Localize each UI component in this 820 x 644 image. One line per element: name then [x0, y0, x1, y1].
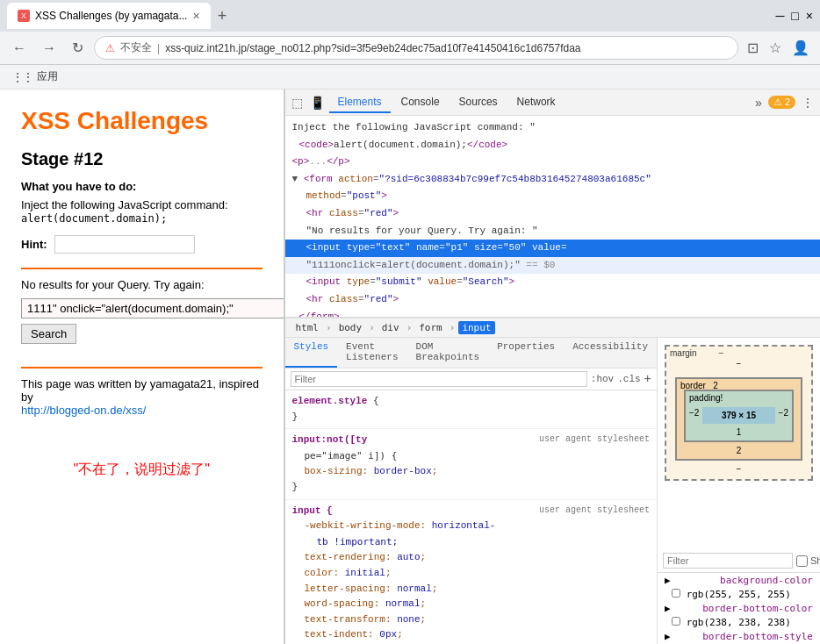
minimize-button[interactable]: ─ [775, 9, 784, 23]
styles-tab-event-listeners[interactable]: Event Listeners [337, 338, 406, 368]
expand-triangle-border[interactable]: ▶ [665, 603, 671, 614]
address-bar[interactable]: ⚠ 不安全 | xss-quiz.int21h.jp/stage_no012.p… [94, 36, 738, 60]
computed-filter-row: Show [658, 549, 820, 573]
active-tab[interactable]: X XSS Challenges (by yamagata... × [7, 3, 211, 29]
page-footer: This page was written by yamagata21, ins… [21, 377, 263, 417]
computed-show-all-checkbox[interactable] [796, 555, 808, 567]
css-rule-element-style: element.style { } [285, 390, 658, 429]
filter-hov-button[interactable]: :hov [591, 374, 614, 384]
tab-close-button[interactable]: × [192, 9, 199, 23]
expand-triangle-bg[interactable]: ▶ [665, 575, 671, 586]
task-desc-prefix: Inject the following JavaScript command: [21, 198, 228, 211]
filter-add-button[interactable]: + [644, 372, 651, 386]
devtools-more-tabs-button[interactable]: » [752, 93, 765, 112]
devtools-settings-icon[interactable]: ⋮ [799, 93, 816, 112]
tab-elements[interactable]: Elements [329, 92, 391, 113]
css-rule-input: input {user agent stylesheet -webkit-wri… [285, 500, 658, 644]
tree-line[interactable]: ▼ <form action="?sid=6c308834b7c99ef7c54… [285, 171, 821, 189]
annotation-text: "不在了，说明过滤了" [21, 461, 263, 479]
styles-tab-dom-breakpoints[interactable]: DOM Breakpoints [407, 338, 489, 368]
padding-inner: −2 379 × 15 −2 [689, 400, 788, 426]
tab-favicon: X [18, 10, 30, 22]
box-model-area: margin − − border 2 padding! −2 [658, 338, 820, 644]
separator-top [21, 268, 263, 269]
close-window-button[interactable]: × [806, 9, 813, 23]
back-button[interactable]: ← [7, 37, 32, 60]
border-color-swatch[interactable] [672, 617, 680, 626]
browser-toolbar: ← → ↻ ⚠ 不安全 | xss-quiz.int21h.jp/stage_n… [0, 32, 820, 65]
footer-text: This page was written by yamagata21, ins… [21, 377, 259, 404]
tree-line[interactable]: <input type="submit" value="Search"> [285, 274, 821, 291]
devtools-more-area: » ⚠ 2 ⋮ [752, 93, 816, 112]
styles-tab-styles[interactable]: Styles [285, 338, 338, 368]
tree-line[interactable]: method="post"> [285, 188, 821, 205]
border-bottom-value: 2 [680, 446, 797, 455]
main-area: XSS Challenges Stage #12 What you have t… [0, 89, 820, 644]
bg-color-swatch[interactable] [672, 589, 680, 597]
browser-window: X XSS Challenges (by yamagata... × + ─ □… [0, 0, 820, 644]
bookmarks-bar: ⋮⋮ 应用 [0, 65, 820, 89]
tree-line[interactable]: <p>...</p> [285, 154, 821, 171]
border-box: border 2 padding! −2 379 × 15 [675, 377, 802, 461]
search-button[interactable]: Search [21, 324, 76, 344]
padding-right-value: −2 [779, 408, 788, 418]
star-icon[interactable]: ☆ [766, 36, 785, 60]
styles-tab-accessibility[interactable]: Accessibility [564, 338, 657, 368]
new-tab-button[interactable]: + [214, 4, 231, 29]
css-rule-input-not: input:not([tyuser agent stylesheet pe="i… [285, 429, 658, 499]
tab-sources[interactable]: Sources [450, 92, 507, 113]
task-code: alert(document.domain); [21, 212, 167, 225]
padding-left-value: −2 [689, 408, 699, 418]
not-secure-label: 不安全 [120, 40, 152, 55]
tree-line[interactable]: <code>alert(document.domain);</code> [285, 137, 821, 154]
bookmark-manager-icon[interactable]: ⊡ [744, 36, 762, 60]
hint-label: Hint: [21, 238, 47, 251]
tree-line[interactable]: Inject the following JavaScript command:… [285, 119, 821, 137]
task-label: What you have to do: [21, 180, 263, 193]
tab-console[interactable]: Console [392, 92, 449, 113]
breadcrumb-input[interactable]: input [458, 321, 494, 334]
tree-line[interactable]: <hr class="red"> [285, 205, 821, 223]
breadcrumb-form[interactable]: form [415, 321, 446, 334]
devtools-device-icon[interactable]: 📱 [307, 93, 327, 112]
hint-input[interactable] [54, 235, 195, 254]
warning-badge: ⚠ 2 [768, 96, 795, 109]
tree-line[interactable]: "No results for your Query. Try again: " [285, 223, 821, 240]
search-input[interactable] [21, 298, 284, 318]
computed-filter-input[interactable] [663, 553, 793, 569]
tree-line[interactable]: </form> [285, 309, 821, 318]
computed-prop-bg-color: ▶ background-color [658, 573, 820, 588]
styles-tab-properties[interactable]: Properties [488, 338, 564, 368]
security-warning-icon: ⚠ [105, 42, 115, 54]
styles-sub-tabs: Styles Event Listeners DOM Breakpoints P… [285, 338, 658, 369]
devtools-inspect-icon[interactable]: ⬚ [289, 93, 306, 112]
padding-bottom-value: 1 [689, 427, 788, 437]
padding-label: padding! [689, 393, 723, 403]
title-bar: X XSS Challenges (by yamagata... × + ─ □… [0, 0, 820, 32]
separator-bottom [21, 367, 263, 369]
footer-link[interactable]: http://blogged-on.de/xss/ [21, 404, 146, 417]
tree-line[interactable]: <hr class="red"> [285, 291, 821, 309]
styles-filter-row: :hov .cls + [285, 369, 658, 390]
expand-triangle-bbs[interactable]: ▶ [665, 631, 671, 642]
refresh-button[interactable]: ↻ [67, 36, 89, 60]
tab-network[interactable]: Network [508, 92, 565, 113]
filter-cls-button[interactable]: .cls [617, 374, 640, 384]
page-title: XSS Challenges [21, 107, 263, 135]
html-tree: Inject the following JavaScript command:… [285, 116, 821, 318]
forward-button[interactable]: → [37, 37, 61, 60]
breadcrumb-html[interactable]: html [292, 321, 323, 334]
box-model: margin − − border 2 padding! −2 [665, 345, 813, 481]
styles-filter-input[interactable] [291, 371, 587, 387]
maximize-button[interactable]: □ [791, 9, 798, 23]
tree-line[interactable]: "1111onclick=alert(document.domain);" ==… [285, 257, 821, 275]
breadcrumb-div[interactable]: div [378, 321, 403, 334]
tab-bar: X XSS Challenges (by yamagata... × + [7, 3, 230, 29]
apps-button[interactable]: ⋮⋮ 应用 [7, 68, 63, 86]
styles-area: Styles Event Listeners DOM Breakpoints P… [285, 338, 821, 644]
devtools-topbar: ⬚ 📱 Elements Console Sources Network » ⚠… [285, 89, 821, 116]
breadcrumb-body[interactable]: body [335, 321, 366, 334]
apps-grid-icon: ⋮⋮ [12, 71, 33, 83]
profile-icon[interactable]: 👤 [788, 36, 813, 60]
tree-line-selected[interactable]: <input type="text" name="p1" size="50" v… [285, 240, 821, 257]
